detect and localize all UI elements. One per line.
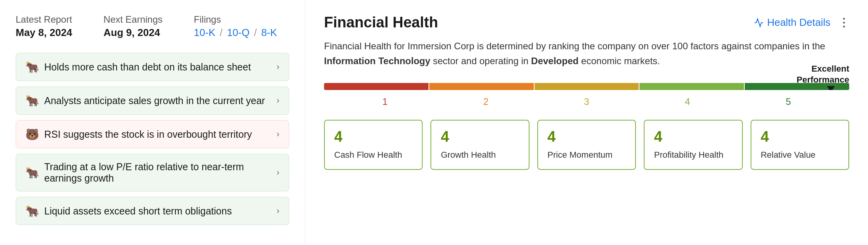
signal-left: 🐂 Trading at a low P/E ratio relative to… <box>25 161 277 184</box>
8k-link[interactable]: 8-K <box>261 27 277 38</box>
health-card[interactable]: 4 Relative Value <box>751 120 849 170</box>
sep2: / <box>251 27 260 38</box>
bull-icon: 🐂 <box>25 94 39 107</box>
signal-text: Trading at a low P/E ratio relative to n… <box>44 161 277 184</box>
scale-container: ExcellentPerformance <box>324 83 849 90</box>
signal-list: 🐂 Holds more cash than debt on its balan… <box>16 53 289 225</box>
card-label: Cash Flow Health <box>334 149 412 161</box>
health-card[interactable]: 4 Price Momentum <box>537 120 636 170</box>
signal-item[interactable]: 🐻 RSI suggests the stock is in overbough… <box>16 120 289 148</box>
filings-links: 10-K / 10-Q / 8-K <box>194 27 277 39</box>
chevron-right-icon: › <box>277 168 279 178</box>
signal-text: Holds more cash than debt on its balance… <box>44 61 251 73</box>
health-details-link[interactable]: Health Details <box>754 16 830 29</box>
description-mid: sector and operating in <box>430 56 531 66</box>
latest-report-label: Latest Report <box>16 14 72 25</box>
panel-title: Financial Health <box>324 14 438 31</box>
health-details-label: Health Details <box>767 16 830 29</box>
more-menu-icon[interactable]: ⋮ <box>838 16 849 29</box>
scale-seg-4 <box>639 83 744 90</box>
description-bold2: Developed <box>531 56 578 66</box>
health-card[interactable]: 4 Growth Health <box>430 120 529 170</box>
card-score: 4 <box>334 128 412 145</box>
sep1: / <box>217 27 225 38</box>
card-score: 4 <box>547 128 626 145</box>
signal-item[interactable]: 🐂 Holds more cash than debt on its balan… <box>16 53 289 81</box>
card-score: 4 <box>761 128 839 145</box>
chevron-right-icon: › <box>277 62 279 72</box>
scale-number-3: 3 <box>536 96 637 107</box>
bull-icon: 🐂 <box>25 204 39 218</box>
chevron-right-icon: › <box>277 129 279 139</box>
description-plain: Financial Health for Immersion Corp is d… <box>324 41 825 51</box>
10k-link[interactable]: 10-K <box>194 27 215 38</box>
bull-icon: 🐂 <box>25 60 39 74</box>
filings: Filings 10-K / 10-Q / 8-K <box>194 14 277 39</box>
health-card[interactable]: 4 Profitability Health <box>644 120 742 170</box>
signal-text: Liquid assets exceed short term obligati… <box>44 205 232 217</box>
signal-left: 🐂 Holds more cash than debt on its balan… <box>25 60 251 74</box>
signal-left: 🐻 RSI suggests the stock is in overbough… <box>25 128 252 141</box>
next-earnings: Next Earnings Aug 9, 2024 <box>104 14 163 39</box>
filings-label: Filings <box>194 14 277 25</box>
signal-item[interactable]: 🐂 Trading at a low P/E ratio relative to… <box>16 154 289 191</box>
description-bold1: Information Technology <box>324 56 430 66</box>
scale-number-4: 4 <box>637 96 738 107</box>
latest-report-value: May 8, 2024 <box>16 27 72 39</box>
right-panel: Financial Health Health Details ⋮ Financ… <box>305 0 868 245</box>
next-earnings-value: Aug 9, 2024 <box>104 27 163 39</box>
report-row: Latest Report May 8, 2024 Next Earnings … <box>16 14 289 39</box>
scale-bar <box>324 83 849 90</box>
signal-text: RSI suggests the stock is in overbought … <box>44 129 252 140</box>
scale-numbers: 1 2 3 4 5 <box>324 96 849 107</box>
card-label: Relative Value <box>761 149 839 161</box>
signal-left: 🐂 Liquid assets exceed short term obliga… <box>25 204 232 218</box>
header-actions: Health Details ⋮ <box>754 16 849 29</box>
panel-header: Financial Health Health Details ⋮ <box>324 14 849 31</box>
card-score: 4 <box>654 128 732 145</box>
scale-number-1: 1 <box>335 96 436 107</box>
health-cards: 4 Cash Flow Health 4 Growth Health 4 Pri… <box>324 120 849 170</box>
description: Financial Health for Immersion Corp is d… <box>324 39 849 69</box>
scale-number-5: 5 <box>738 96 839 107</box>
next-earnings-label: Next Earnings <box>104 14 163 25</box>
signal-item[interactable]: 🐂 Analysts anticipate sales growth in th… <box>16 86 289 115</box>
scale-seg-3 <box>535 83 639 90</box>
card-label: Price Momentum <box>547 149 626 161</box>
chevron-right-icon: › <box>277 95 279 106</box>
scale-seg-1 <box>324 83 429 90</box>
health-card[interactable]: 4 Cash Flow Health <box>324 120 423 170</box>
activity-icon <box>754 18 764 28</box>
left-panel: Latest Report May 8, 2024 Next Earnings … <box>0 0 305 245</box>
card-score: 4 <box>441 128 519 145</box>
description-end: economic markets. <box>578 56 660 66</box>
latest-report: Latest Report May 8, 2024 <box>16 14 72 39</box>
scale-seg-2 <box>429 83 534 90</box>
card-label: Growth Health <box>441 149 519 161</box>
signal-item[interactable]: 🐂 Liquid assets exceed short term obliga… <box>16 197 289 225</box>
scale-number-2: 2 <box>436 96 537 107</box>
signal-left: 🐂 Analysts anticipate sales growth in th… <box>25 94 265 107</box>
bull-icon: 🐂 <box>25 166 39 179</box>
card-label: Profitability Health <box>654 149 732 161</box>
excellent-label: ExcellentPerformance <box>796 63 849 86</box>
chevron-right-icon: › <box>277 206 279 216</box>
signal-text: Analysts anticipate sales growth in the … <box>44 95 265 106</box>
scale-marker <box>827 86 835 90</box>
10q-link[interactable]: 10-Q <box>227 27 250 38</box>
bear-icon: 🐻 <box>25 128 39 141</box>
